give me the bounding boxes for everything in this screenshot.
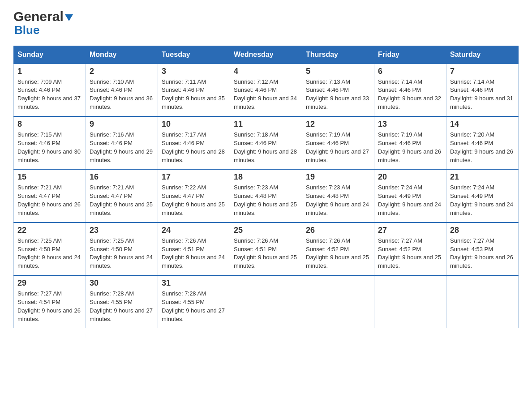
day-cell-19: 19 Sunrise: 7:23 AM Sunset: 4:48 PM Dayl… [302, 169, 374, 222]
day-info: Sunrise: 7:20 AM Sunset: 4:46 PM Dayligh… [450, 131, 515, 164]
day-number: 29 [17, 278, 82, 288]
day-info: Sunrise: 7:19 AM Sunset: 4:46 PM Dayligh… [306, 131, 370, 164]
empty-cell [230, 275, 302, 328]
logo-blue-text: Blue [14, 24, 39, 37]
day-cell-24: 24 Sunrise: 7:26 AM Sunset: 4:51 PM Dayl… [158, 223, 230, 275]
sunrise-label: Sunrise: 7:26 AM [306, 237, 350, 244]
day-cell-12: 12 Sunrise: 7:19 AM Sunset: 4:46 PM Dayl… [302, 116, 374, 169]
day-number: 19 [306, 172, 370, 182]
daylight-label: Daylight: 9 hours and 28 minutes. [162, 148, 225, 163]
day-number: 2 [90, 67, 154, 76]
daylight-label: Daylight: 9 hours and 24 minutes. [17, 254, 81, 269]
day-info: Sunrise: 7:21 AM Sunset: 4:47 PM Dayligh… [90, 184, 154, 217]
day-cell-10: 10 Sunrise: 7:17 AM Sunset: 4:46 PM Dayl… [158, 116, 230, 169]
day-number: 20 [378, 172, 442, 182]
day-number: 10 [162, 120, 226, 129]
daylight-label: Daylight: 9 hours and 26 minutes. [17, 307, 81, 322]
day-info: Sunrise: 7:28 AM Sunset: 4:55 PM Dayligh… [90, 290, 154, 323]
calendar-header-row: SundayMondayTuesdayWednesdayThursdayFrid… [14, 46, 519, 64]
day-number: 12 [306, 120, 370, 129]
week-row-5: 29 Sunrise: 7:27 AM Sunset: 4:54 PM Dayl… [14, 275, 519, 328]
day-info: Sunrise: 7:23 AM Sunset: 4:48 PM Dayligh… [306, 184, 370, 217]
sunrise-label: Sunrise: 7:11 AM [162, 78, 206, 85]
day-info: Sunrise: 7:14 AM Sunset: 4:46 PM Dayligh… [378, 78, 442, 111]
sunset-label: Sunset: 4:46 PM [306, 140, 349, 146]
sunset-label: Sunset: 4:52 PM [306, 246, 349, 253]
sunrise-label: Sunrise: 7:27 AM [450, 237, 494, 244]
day-number: 8 [17, 120, 82, 129]
day-number: 17 [162, 172, 226, 182]
column-header-tuesday: Tuesday [158, 46, 230, 64]
sunset-label: Sunset: 4:51 PM [234, 246, 277, 253]
sunrise-label: Sunrise: 7:24 AM [378, 184, 422, 191]
day-cell-11: 11 Sunrise: 7:18 AM Sunset: 4:46 PM Dayl… [230, 116, 302, 169]
sunset-label: Sunset: 4:46 PM [306, 86, 349, 93]
day-cell-4: 4 Sunrise: 7:12 AM Sunset: 4:46 PM Dayli… [230, 64, 302, 116]
daylight-label: Daylight: 9 hours and 25 minutes. [378, 254, 441, 269]
day-number: 14 [450, 120, 515, 129]
day-info: Sunrise: 7:16 AM Sunset: 4:46 PM Dayligh… [90, 131, 154, 164]
sunrise-label: Sunrise: 7:26 AM [234, 237, 278, 244]
daylight-label: Daylight: 9 hours and 25 minutes. [234, 254, 297, 269]
daylight-label: Daylight: 9 hours and 24 minutes. [450, 201, 513, 216]
day-info: Sunrise: 7:26 AM Sunset: 4:51 PM Dayligh… [234, 237, 298, 270]
sunset-label: Sunset: 4:46 PM [90, 86, 133, 93]
sunrise-label: Sunrise: 7:19 AM [306, 131, 350, 138]
sunrise-label: Sunrise: 7:19 AM [378, 131, 422, 138]
sunset-label: Sunset: 4:47 PM [90, 193, 133, 199]
sunset-label: Sunset: 4:49 PM [450, 193, 493, 199]
sunset-label: Sunset: 4:46 PM [162, 140, 205, 146]
daylight-label: Daylight: 9 hours and 27 minutes. [162, 307, 225, 322]
daylight-label: Daylight: 9 hours and 24 minutes. [378, 201, 441, 216]
sunset-label: Sunset: 4:52 PM [378, 246, 421, 253]
sunrise-label: Sunrise: 7:28 AM [162, 290, 206, 297]
sunrise-label: Sunrise: 7:27 AM [17, 290, 62, 297]
week-row-1: 1 Sunrise: 7:09 AM Sunset: 4:46 PM Dayli… [14, 64, 519, 116]
daylight-label: Daylight: 9 hours and 26 minutes. [17, 201, 81, 216]
daylight-label: Daylight: 9 hours and 37 minutes. [17, 95, 81, 110]
daylight-label: Daylight: 9 hours and 34 minutes. [234, 95, 297, 110]
week-row-4: 22 Sunrise: 7:25 AM Sunset: 4:50 PM Dayl… [14, 223, 519, 275]
day-number: 3 [162, 67, 226, 76]
sunset-label: Sunset: 4:46 PM [162, 86, 205, 93]
day-cell-20: 20 Sunrise: 7:24 AM Sunset: 4:49 PM Dayl… [374, 169, 446, 222]
day-number: 28 [450, 226, 515, 235]
daylight-label: Daylight: 9 hours and 36 minutes. [90, 95, 153, 110]
sunrise-label: Sunrise: 7:22 AM [162, 184, 206, 191]
sunset-label: Sunset: 4:47 PM [162, 193, 205, 199]
daylight-label: Daylight: 9 hours and 25 minutes. [162, 201, 225, 216]
sunrise-label: Sunrise: 7:16 AM [90, 131, 134, 138]
sunrise-label: Sunrise: 7:25 AM [90, 237, 134, 244]
day-info: Sunrise: 7:24 AM Sunset: 4:49 PM Dayligh… [378, 184, 442, 217]
day-info: Sunrise: 7:13 AM Sunset: 4:46 PM Dayligh… [306, 78, 370, 111]
sunrise-label: Sunrise: 7:25 AM [17, 237, 62, 244]
day-cell-23: 23 Sunrise: 7:25 AM Sunset: 4:50 PM Dayl… [86, 223, 158, 275]
sunset-label: Sunset: 4:55 PM [90, 299, 133, 305]
day-info: Sunrise: 7:26 AM Sunset: 4:51 PM Dayligh… [162, 237, 226, 270]
daylight-label: Daylight: 9 hours and 26 minutes. [450, 148, 513, 163]
day-number: 24 [162, 226, 226, 235]
day-info: Sunrise: 7:10 AM Sunset: 4:46 PM Dayligh… [90, 78, 154, 111]
column-header-saturday: Saturday [446, 46, 519, 64]
daylight-label: Daylight: 9 hours and 26 minutes. [378, 148, 441, 163]
day-cell-28: 28 Sunrise: 7:27 AM Sunset: 4:53 PM Dayl… [446, 223, 519, 275]
day-cell-1: 1 Sunrise: 7:09 AM Sunset: 4:46 PM Dayli… [14, 64, 86, 116]
sunrise-label: Sunrise: 7:28 AM [90, 290, 134, 297]
day-info: Sunrise: 7:15 AM Sunset: 4:46 PM Dayligh… [17, 131, 82, 164]
day-number: 16 [90, 172, 154, 182]
day-number: 4 [234, 67, 298, 76]
sunrise-label: Sunrise: 7:18 AM [234, 131, 278, 138]
day-cell-17: 17 Sunrise: 7:22 AM Sunset: 4:47 PM Dayl… [158, 169, 230, 222]
daylight-label: Daylight: 9 hours and 33 minutes. [306, 95, 369, 110]
day-number: 21 [450, 172, 515, 182]
column-header-sunday: Sunday [14, 46, 86, 64]
daylight-label: Daylight: 9 hours and 31 minutes. [450, 95, 513, 110]
day-cell-25: 25 Sunrise: 7:26 AM Sunset: 4:51 PM Dayl… [230, 223, 302, 275]
sunset-label: Sunset: 4:54 PM [17, 299, 60, 305]
day-number: 27 [378, 226, 442, 235]
daylight-label: Daylight: 9 hours and 25 minutes. [306, 254, 369, 269]
daylight-label: Daylight: 9 hours and 24 minutes. [162, 254, 225, 269]
sunset-label: Sunset: 4:46 PM [17, 86, 60, 93]
sunset-label: Sunset: 4:55 PM [162, 299, 205, 305]
daylight-label: Daylight: 9 hours and 35 minutes. [162, 95, 225, 110]
